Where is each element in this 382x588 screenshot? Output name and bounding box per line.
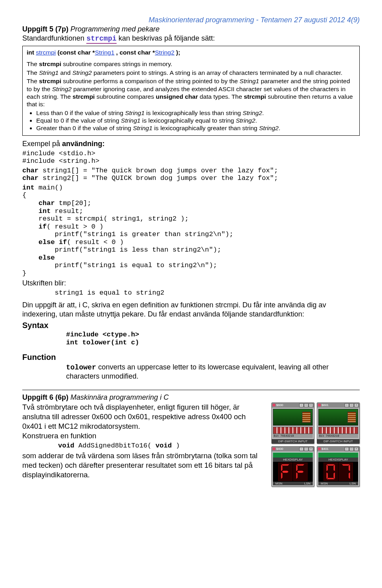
dip-switch-row (273, 427, 313, 434)
strcmpi-description-box: int strcmpi (const char *String1 , const… (22, 46, 360, 136)
function-description: tolower converts an uppercase letter to … (66, 363, 360, 381)
page-header: Maskinorienterad programmering - Tentame… (22, 16, 360, 24)
instruction-text: Din uppgift är att, i C, skriva en egen … (22, 301, 360, 319)
hex-display-window: $401 −□× HEXDISPLAY MSNLSN (317, 446, 360, 487)
window-icon (273, 404, 275, 406)
svg-marker-22 (349, 465, 350, 471)
simulator-panel: $600 −□× Bit 76543210 DIP-SWITCH INPUT $… (271, 402, 360, 487)
box-paragraph-2: The String1 and String2 parameters point… (27, 69, 355, 76)
hex-pcb-icon (273, 453, 313, 457)
task5-title-bold: Uppgift 5 (7p) (22, 25, 68, 33)
window-button: − (299, 403, 304, 407)
window-button: − (299, 447, 304, 451)
seven-segment-display (318, 462, 358, 482)
function-heading: Function (22, 353, 360, 362)
seven-segment-digit (293, 463, 308, 481)
svg-marker-14 (327, 464, 335, 465)
svg-marker-1 (288, 465, 289, 471)
dip-connector-icon (318, 409, 358, 426)
svg-marker-0 (281, 464, 289, 465)
hex-window-label: HEXDISPLAY (318, 457, 358, 462)
code-main: int main() { char tmp[20]; int result; r… (22, 184, 360, 277)
dip-bit-labels: Bit 76543210 (318, 434, 358, 438)
svg-marker-21 (342, 464, 350, 465)
svg-marker-8 (303, 465, 304, 471)
window-button: □ (349, 447, 354, 451)
dip-switch-row (318, 427, 358, 434)
hex-nibble-labels: MSNLSN (273, 482, 313, 485)
window-button: □ (349, 403, 354, 407)
example-label: Exempel på användning: (22, 140, 360, 148)
task5-title: Uppgift 5 (7p) Programmering med pekare (22, 25, 360, 33)
window-titlebar: $401 −□× (317, 447, 359, 451)
window-button: × (309, 403, 313, 407)
svg-marker-4 (281, 472, 282, 479)
svg-marker-13 (297, 471, 304, 473)
task6-title-desc: Maskinnära programmering i C (70, 393, 169, 401)
svg-marker-25 (341, 472, 343, 479)
task5-intro: Standardfunktionen strcmpi kan beskrivas… (22, 34, 360, 43)
task5-title-desc: Programmering med pekare (70, 25, 160, 33)
svg-marker-24 (342, 478, 350, 479)
window-icon (318, 447, 321, 450)
svg-marker-15 (333, 465, 335, 471)
dip-connector-icon (273, 409, 313, 426)
seven-segment-digit (339, 463, 353, 481)
code-decl-2: char string2[] = "The QUICK brown dog ju… (22, 174, 360, 182)
svg-marker-6 (282, 471, 288, 473)
svg-marker-23 (349, 472, 350, 479)
svg-marker-17 (327, 478, 335, 479)
dip-window-label: DIP-SWITCH INPUT (272, 439, 314, 443)
window-button: □ (304, 447, 308, 451)
dip-switch-window: $600 −□× Bit 76543210 DIP-SWITCH INPUT (271, 402, 314, 444)
seven-segment-digit (278, 463, 292, 481)
svg-marker-18 (326, 472, 327, 479)
dip-bit-labels: Bit 76543210 (273, 434, 313, 438)
window-icon (273, 447, 275, 450)
hex-pcb-icon (318, 453, 358, 457)
task6-func-sig: void AddSigned8bitTo16( void ) (58, 441, 266, 450)
svg-marker-19 (326, 465, 327, 471)
strcmpi-signature: int strcmpi (const char *String1 , const… (27, 49, 355, 56)
box-bullet-2: Equal to 0 if the value of string String… (36, 117, 355, 124)
svg-marker-26 (341, 465, 343, 471)
output-text: string1 is equal to string2 (22, 289, 360, 297)
dip-switch-window: $601 −□× Bit 76543210 DIP-SWITCH INPUT (317, 402, 360, 444)
hex-window-label: HEXDISPLAY (273, 457, 313, 462)
task6-title-bold: Uppgift 6 (6p) (22, 393, 68, 401)
box-bullet-3: Greater than 0 if the value of string St… (36, 124, 355, 132)
svg-marker-27 (343, 471, 349, 473)
window-button: − (345, 447, 349, 451)
svg-marker-10 (296, 478, 304, 479)
seven-segment-digit (324, 463, 338, 481)
window-button: − (345, 403, 349, 407)
svg-marker-16 (333, 472, 335, 479)
window-titlebar: $600 −□× (272, 403, 314, 408)
window-icon (318, 404, 321, 406)
dip-window-label: DIP-SWITCH INPUT (317, 439, 359, 443)
box-paragraph-1: The strcmpi subroutine compares strings … (27, 60, 355, 68)
svg-marker-9 (303, 472, 304, 479)
window-button: × (354, 403, 359, 407)
box-bullet-list: Less than 0 if the value of string Strin… (27, 109, 355, 132)
svg-marker-5 (281, 465, 282, 471)
window-button: × (354, 447, 359, 451)
svg-marker-7 (296, 464, 304, 465)
svg-marker-12 (296, 465, 297, 471)
window-titlebar: $400 −□× (272, 447, 314, 451)
box-bullet-1: Less than 0 if the value of string Strin… (36, 109, 355, 117)
code-includes: #include <stdio.h> #include <string.h> (22, 150, 360, 165)
task6-body: Två strömbrytare och två displayenheter,… (22, 402, 266, 480)
svg-marker-11 (296, 472, 297, 479)
hex-nibble-labels: MSNLSN (318, 482, 358, 485)
code-decl-1: char string1[] = "The quick brown dog ju… (22, 167, 360, 175)
separator-line (22, 390, 360, 390)
window-button: × (309, 447, 313, 451)
task6-title: Uppgift 6 (6p) Maskinnära programmering … (22, 393, 360, 402)
seven-segment-display (273, 462, 313, 482)
svg-marker-2 (288, 472, 289, 479)
box-paragraph-3: The strcmpi subroutine performs a compar… (27, 77, 355, 108)
window-button: □ (304, 403, 308, 407)
svg-marker-3 (281, 478, 289, 479)
syntax-heading: Syntax (22, 321, 360, 330)
